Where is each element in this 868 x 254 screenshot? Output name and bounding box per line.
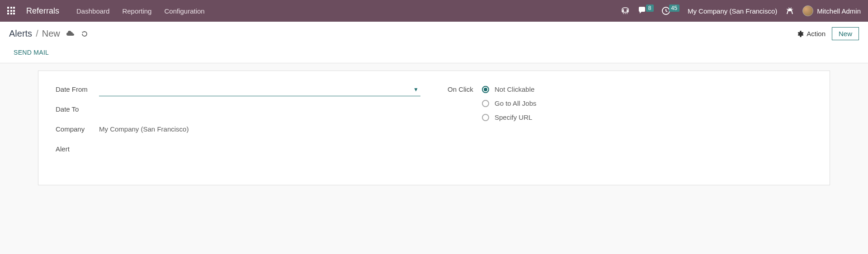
app-brand[interactable]: Referrals (26, 6, 59, 16)
radio-all-jobs[interactable]: Go to All Jobs (482, 99, 812, 107)
content-area: Date From ▼ Date To Company My Company (… (0, 63, 868, 193)
status-bar: SEND MAIL (9, 44, 859, 63)
radio-label-not-clickable: Not Clickable (495, 85, 534, 93)
action-menu-label: Action (807, 30, 826, 38)
avatar (802, 5, 813, 16)
new-button[interactable]: New (832, 27, 859, 40)
form-sheet: Date From ▼ Date To Company My Company (… (38, 71, 830, 185)
field-alert: Alert (56, 145, 420, 157)
navbar-left: Referrals Dashboard Reporting Configurat… (7, 6, 205, 16)
company-label: Company (56, 125, 99, 133)
date-to-label: Date To (56, 105, 99, 113)
date-from-input[interactable] (99, 85, 420, 96)
discard-icon[interactable] (81, 30, 88, 38)
radio-specify-url[interactable]: Specify URL (482, 113, 812, 121)
control-panel-top: Alerts / New Action New (9, 27, 859, 44)
nav-reporting[interactable]: Reporting (122, 7, 151, 15)
action-menu[interactable]: Action (797, 30, 826, 38)
field-date-to: Date To (56, 105, 420, 117)
svg-point-1 (625, 13, 626, 14)
svg-point-2 (627, 13, 627, 14)
form-left-column: Date From ▼ Date To Company My Company (… (56, 85, 420, 165)
radio-icon (482, 86, 489, 93)
field-on-click: On Click Not Clickable Go to All Jobs Sp… (448, 85, 812, 121)
nav-links: Dashboard Reporting Configuration (76, 7, 205, 15)
messages-icon[interactable]: 8 (638, 7, 654, 15)
breadcrumb-current: New (42, 28, 60, 39)
on-click-radio-group: Not Clickable Go to All Jobs Specify URL (482, 85, 812, 121)
control-panel: Alerts / New Action New (0, 22, 868, 63)
company-value[interactable]: My Company (San Francisco) (99, 125, 189, 133)
radio-label-all-jobs: Go to All Jobs (495, 99, 537, 107)
radio-icon (482, 114, 489, 121)
user-name: Mitchell Admin (817, 7, 861, 15)
activities-badge: 45 (669, 5, 679, 12)
radio-icon (482, 100, 489, 107)
breadcrumb-separator: / (36, 28, 38, 39)
breadcrumb: Alerts / New (9, 28, 88, 39)
navbar-right: 8 45 My Company (San Francisco) Mitchell… (621, 5, 861, 16)
company-selector[interactable]: My Company (San Francisco) (688, 7, 777, 15)
date-from-label: Date From (56, 85, 99, 93)
top-navbar: Referrals Dashboard Reporting Configurat… (0, 0, 868, 22)
activities-icon[interactable]: 45 (662, 7, 679, 15)
breadcrumb-root[interactable]: Alerts (9, 28, 32, 39)
user-menu[interactable]: Mitchell Admin (802, 5, 861, 16)
nav-dashboard[interactable]: Dashboard (76, 7, 109, 15)
radio-label-specify-url: Specify URL (495, 113, 532, 121)
send-mail-button[interactable]: SEND MAIL (14, 49, 49, 56)
field-date-from: Date From ▼ (56, 85, 420, 97)
gear-icon (797, 31, 804, 37)
field-company: Company My Company (San Francisco) (56, 125, 420, 137)
messages-badge: 8 (646, 5, 654, 12)
alert-label: Alert (56, 145, 99, 153)
apps-icon[interactable] (7, 7, 15, 15)
radio-not-clickable[interactable]: Not Clickable (482, 85, 812, 93)
on-click-label: On Click (448, 85, 482, 93)
cloud-save-icon[interactable] (66, 31, 75, 37)
svg-point-0 (623, 13, 624, 14)
form-right-column: On Click Not Clickable Go to All Jobs Sp… (448, 85, 812, 165)
support-icon[interactable] (621, 7, 630, 15)
debug-icon[interactable] (785, 6, 794, 15)
nav-configuration[interactable]: Configuration (164, 7, 204, 15)
control-panel-actions: Action New (797, 27, 859, 40)
